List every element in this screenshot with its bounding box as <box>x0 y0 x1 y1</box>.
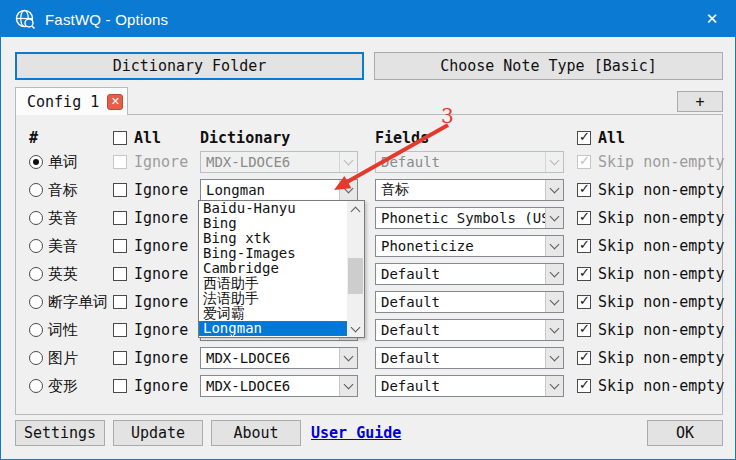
skip-label: Skip non-empty <box>598 153 724 171</box>
dropdown-scrollbar[interactable] <box>347 201 364 337</box>
chevron-down-icon[interactable] <box>545 264 563 284</box>
skip-label: Skip non-empty <box>598 349 724 367</box>
all-ignore-checkbox[interactable] <box>113 131 127 145</box>
ignore-label: Ignore <box>134 237 188 255</box>
fields-select[interactable]: Default <box>375 375 564 397</box>
dictionary-select[interactable]: MDX-LDOCE6 <box>200 375 358 397</box>
fields-select[interactable]: Default <box>375 291 564 313</box>
tab-config-1[interactable]: Config 1 ✕ <box>15 87 128 115</box>
table-row: 音标 Ignore Longman 音标 Skip non-empty <box>1 176 736 204</box>
dropdown-item[interactable]: Bing-Images <box>199 246 347 261</box>
skip-checkbox[interactable] <box>577 267 591 281</box>
skip-checkbox[interactable] <box>577 295 591 309</box>
skip-checkbox[interactable] <box>577 211 591 225</box>
table-row: 美音 Ignore Phoneticize Skip non-empty <box>1 232 736 260</box>
dropdown-item[interactable]: Bing xtk <box>199 231 347 246</box>
row-radio[interactable] <box>29 351 43 365</box>
dropdown-item[interactable]: Bing <box>199 216 347 231</box>
ignore-checkbox[interactable] <box>113 211 127 225</box>
table-row: 英英 Ignore Default Skip non-empty <box>1 260 736 288</box>
fields-select[interactable]: Default <box>375 263 564 285</box>
dictionary-value: MDX-LDOCE6 <box>201 350 339 366</box>
ignore-checkbox[interactable] <box>113 379 127 393</box>
settings-button[interactable]: Settings <box>15 420 105 446</box>
chevron-down-icon[interactable] <box>339 152 357 172</box>
chevron-down-icon[interactable] <box>545 236 563 256</box>
ignore-checkbox[interactable] <box>113 351 127 365</box>
fields-select[interactable]: 音标 <box>375 179 564 201</box>
fields-value: Default <box>376 294 545 310</box>
row-radio[interactable] <box>29 211 43 225</box>
table-row: 英音 Ignore Phonetic Symbols (US) Skip non… <box>1 204 736 232</box>
ignore-checkbox[interactable] <box>113 295 127 309</box>
skip-checkbox[interactable] <box>577 323 591 337</box>
chevron-down-icon[interactable] <box>339 348 357 368</box>
dropdown-item[interactable]: Cambridge <box>199 261 347 276</box>
update-button[interactable]: Update <box>113 420 203 446</box>
fields-select[interactable]: Default <box>375 319 564 341</box>
fields-select[interactable]: Phoneticize <box>375 235 564 257</box>
fields-select[interactable]: Default <box>375 347 564 369</box>
ignore-checkbox[interactable] <box>113 267 127 281</box>
dropdown-item[interactable]: 西语助手 <box>199 276 347 291</box>
dictionary-select[interactable]: MDX-LDOCE6 <box>200 151 358 173</box>
skip-checkbox[interactable] <box>577 239 591 253</box>
row-radio[interactable] <box>29 155 43 169</box>
skip-checkbox[interactable] <box>577 155 591 169</box>
ignore-checkbox[interactable] <box>113 183 127 197</box>
chevron-down-icon[interactable] <box>339 180 357 200</box>
skip-label: Skip non-empty <box>598 237 724 255</box>
row-label: 美音 <box>48 237 78 256</box>
dictionary-select[interactable]: Longman <box>200 179 358 201</box>
chevron-down-icon[interactable] <box>545 320 563 340</box>
all-ignore-label: All <box>134 129 161 147</box>
dictionary-select[interactable]: MDX-LDOCE6 <box>200 347 358 369</box>
header-all-skip: All <box>577 129 625 147</box>
add-config-button[interactable]: + <box>677 91 723 112</box>
ok-button[interactable]: OK <box>647 420 723 446</box>
row-radio[interactable] <box>29 267 43 281</box>
close-window-button[interactable]: ✕ <box>689 1 735 37</box>
ignore-checkbox[interactable] <box>113 239 127 253</box>
dictionary-folder-button[interactable]: Dictionary Folder <box>15 52 364 80</box>
skip-checkbox[interactable] <box>577 379 591 393</box>
chevron-down-icon[interactable] <box>545 152 563 172</box>
dropdown-item[interactable]: Baidu-Hanyu <box>199 201 347 216</box>
scroll-down-icon[interactable] <box>347 321 364 337</box>
chevron-down-icon[interactable] <box>339 376 357 396</box>
options-window: FastWQ - Options ✕ Dictionary Folder Cho… <box>0 0 736 460</box>
row-label: 词性 <box>48 321 78 340</box>
chevron-down-icon[interactable] <box>545 348 563 368</box>
fields-value: Default <box>376 350 545 366</box>
table-row: 图片 Ignore MDX-LDOCE6 Default Skip non-em… <box>1 344 736 372</box>
choose-note-type-button[interactable]: Choose Note Type [Basic] <box>374 52 723 80</box>
ignore-label: Ignore <box>134 321 188 339</box>
chevron-down-icon[interactable] <box>545 208 563 228</box>
fields-value: Default <box>376 378 545 394</box>
chevron-down-icon[interactable] <box>545 376 563 396</box>
chevron-down-icon[interactable] <box>545 180 563 200</box>
dropdown-item[interactable]: 爱词霸 <box>199 306 347 321</box>
all-skip-checkbox[interactable] <box>577 131 591 145</box>
row-radio[interactable] <box>29 295 43 309</box>
skip-checkbox[interactable] <box>577 351 591 365</box>
scrollbar-thumb[interactable] <box>348 258 363 294</box>
row-radio[interactable] <box>29 183 43 197</box>
about-button[interactable]: About <box>211 420 301 446</box>
skip-checkbox[interactable] <box>577 183 591 197</box>
ignore-checkbox[interactable] <box>113 155 127 169</box>
dropdown-item-selected[interactable]: Longman <box>199 321 347 336</box>
fields-select[interactable]: Phonetic Symbols (US) <box>375 207 564 229</box>
row-radio[interactable] <box>29 323 43 337</box>
dropdown-item[interactable]: 法语助手 <box>199 291 347 306</box>
scroll-up-icon[interactable] <box>347 201 364 217</box>
dictionary-value: Longman <box>201 182 339 198</box>
row-label: 音标 <box>48 181 78 200</box>
fields-select[interactable]: Default <box>375 151 564 173</box>
user-guide-link[interactable]: User Guide <box>311 424 401 442</box>
row-radio[interactable] <box>29 239 43 253</box>
tab-close-icon[interactable]: ✕ <box>107 94 123 110</box>
chevron-down-icon[interactable] <box>545 292 563 312</box>
row-radio[interactable] <box>29 379 43 393</box>
ignore-checkbox[interactable] <box>113 323 127 337</box>
